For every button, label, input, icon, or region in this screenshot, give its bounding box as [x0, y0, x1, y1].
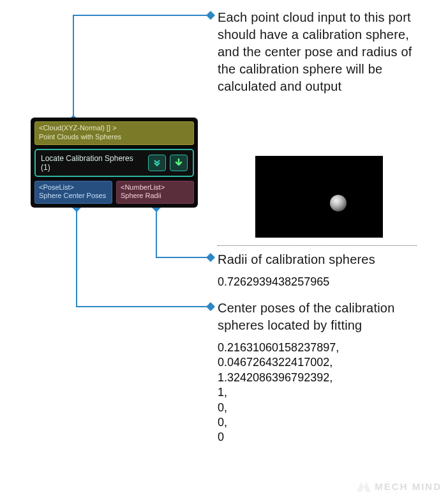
diamond-poses-caption — [206, 302, 215, 311]
download-button[interactable] — [170, 155, 188, 171]
annotation-poses-label: Center poses of the calibration spheres … — [218, 300, 435, 334]
expand-button[interactable] — [148, 155, 166, 171]
input-port-name: Point Clouds with Spheres — [39, 133, 190, 142]
pose-value: 0, — [218, 415, 435, 430]
watermark: MECH MIND — [357, 481, 442, 492]
input-port-point-clouds[interactable]: <Cloud(XYZ-Normal) [] > Point Clouds wit… — [34, 121, 194, 145]
annotation-poses: Center poses of the calibration spheres … — [218, 300, 435, 445]
output-port-name: Sphere Center Poses — [39, 192, 108, 201]
sphere-icon — [330, 195, 347, 211]
wire-poses — [77, 206, 211, 307]
wire-radii — [156, 206, 211, 257]
output-port-type: <NumberList> — [121, 183, 190, 192]
annotation-input: Each point cloud input to this port shou… — [218, 9, 428, 95]
step-node-locate-calibration-spheres[interactable]: <Cloud(XYZ-Normal) [] > Point Clouds wit… — [31, 118, 198, 208]
pose-value: 0, — [218, 401, 435, 415]
node-title-row: Locate Calibration Spheres (1) — [34, 149, 194, 177]
download-arrow-icon — [175, 158, 183, 167]
watermark-text: MECH MIND — [375, 481, 442, 492]
pose-value: 0.0467264322417002, — [218, 355, 435, 370]
divider — [218, 245, 417, 246]
annotation-radii-value: 0.7262939438257965 — [218, 275, 435, 289]
wire-input — [73, 15, 211, 119]
preview-render — [255, 156, 383, 238]
output-ports: <PoseList> Sphere Center Poses <NumberLi… — [34, 181, 194, 204]
annotation-poses-values: 0.21631060158237897, 0.0467264322417002,… — [218, 340, 435, 445]
pose-value: 1.3242086396792392, — [218, 371, 435, 385]
output-port-name: Sphere Radii — [121, 192, 190, 201]
pose-value: 0.21631060158237897, — [218, 340, 435, 355]
annotation-radii: Radii of calibration spheres 0.726293943… — [218, 251, 435, 289]
svg-marker-0 — [357, 482, 371, 492]
output-port-type: <PoseList> — [39, 183, 108, 192]
pose-value: 0 — [218, 430, 435, 445]
watermark-logo-icon — [357, 482, 371, 492]
node-title: Locate Calibration Spheres (1) — [41, 154, 144, 172]
input-port-type: <Cloud(XYZ-Normal) [] > — [39, 124, 190, 133]
output-port-sphere-center-poses[interactable]: <PoseList> Sphere Center Poses — [34, 181, 112, 204]
output-port-sphere-radii[interactable]: <NumberList> Sphere Radii — [116, 181, 194, 204]
diamond-input-caption — [206, 11, 215, 20]
chevron-double-down-icon — [153, 158, 161, 167]
pose-value: 1, — [218, 385, 435, 400]
annotation-radii-label: Radii of calibration spheres — [218, 251, 435, 268]
diamond-radii-caption — [206, 253, 215, 262]
